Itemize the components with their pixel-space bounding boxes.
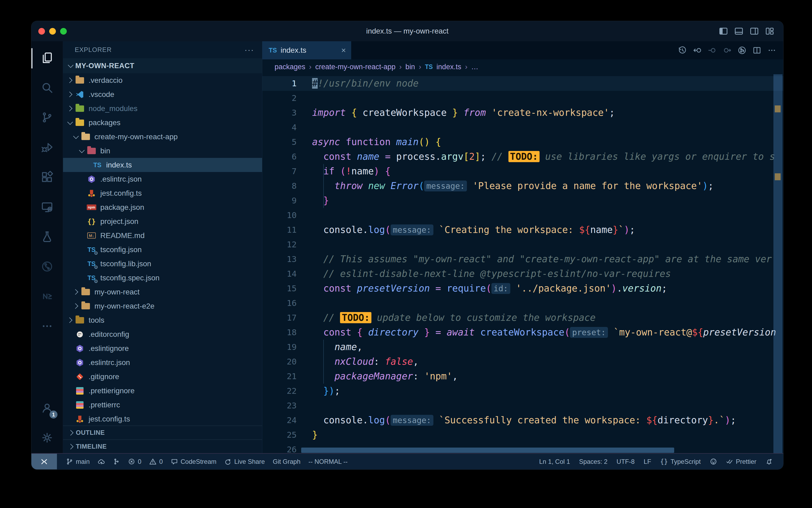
tree-root-row[interactable]: MY-OWN-REACT bbox=[63, 58, 262, 73]
tree-item[interactable]: .eslintrc.json bbox=[63, 172, 262, 186]
breadcrumb-item[interactable]: create-my-own-react-app bbox=[315, 63, 396, 71]
outline-section[interactable]: OUTLINE bbox=[63, 425, 262, 439]
timeline-label: TIMELINE bbox=[76, 443, 107, 450]
activity-nx-console[interactable] bbox=[32, 282, 63, 312]
breadcrumb-item[interactable]: packages bbox=[275, 63, 305, 71]
chevron-right-icon bbox=[66, 431, 76, 435]
token: console. bbox=[312, 415, 368, 425]
tree-item[interactable]: .prettierignore bbox=[63, 384, 262, 398]
tree-item[interactable]: TS⚙tsconfig.lib.json bbox=[63, 257, 262, 271]
toggle-primary-sidebar-button[interactable] bbox=[719, 27, 728, 36]
live-share[interactable]: Live Share bbox=[224, 458, 265, 465]
horizontal-scrollbar[interactable] bbox=[301, 448, 674, 453]
activity-explorer[interactable] bbox=[32, 43, 63, 73]
more-actions-button[interactable] bbox=[767, 46, 776, 55]
token: } bbox=[312, 429, 318, 440]
live-share-icon bbox=[224, 458, 232, 465]
codestream[interactable]: CodeStream bbox=[171, 458, 217, 465]
activity-source-control[interactable] bbox=[32, 103, 63, 133]
activity-remote-explorer[interactable] bbox=[32, 193, 63, 222]
tree-item[interactable]: {}project.json bbox=[63, 214, 262, 228]
sidebar-more-actions-icon[interactable]: ··· bbox=[244, 45, 254, 54]
activity-additional-views[interactable] bbox=[32, 312, 63, 342]
tree-item[interactable]: jest.config.ts bbox=[63, 186, 262, 200]
tree-item[interactable]: .editorconfig bbox=[63, 327, 262, 341]
tree-item[interactable]: .eslintrc.json bbox=[63, 355, 262, 370]
tree-item[interactable]: M↓README.md bbox=[63, 228, 262, 243]
breadcrumb-item[interactable]: … bbox=[471, 63, 478, 71]
tree-item-label: .eslintignore bbox=[89, 344, 129, 353]
eslint-icon bbox=[75, 358, 85, 368]
tree-item-label: index.ts bbox=[106, 161, 132, 169]
errors-label: 0 bbox=[138, 458, 141, 465]
remote-indicator[interactable] bbox=[32, 454, 57, 469]
activity-search[interactable] bbox=[32, 73, 63, 103]
activity-settings[interactable] bbox=[32, 423, 63, 453]
tree-item[interactable]: node_modules bbox=[63, 101, 262, 116]
activity-extensions[interactable] bbox=[32, 163, 63, 193]
breadcrumb-item[interactable]: index.ts bbox=[437, 63, 461, 71]
activity-testing[interactable] bbox=[32, 222, 63, 252]
token: ( bbox=[419, 180, 424, 191]
tree-item[interactable]: npmpackage.json bbox=[63, 200, 262, 214]
tree-item[interactable]: TS⚙tsconfig.spec.json bbox=[63, 271, 262, 285]
git-branch[interactable]: main bbox=[66, 458, 90, 465]
encoding[interactable]: UTF-8 bbox=[616, 458, 634, 465]
activity-gitlens[interactable] bbox=[32, 252, 63, 282]
md-icon: M↓ bbox=[87, 231, 97, 241]
errors[interactable]: 0 bbox=[128, 458, 141, 465]
notifications[interactable] bbox=[765, 458, 773, 465]
language-mode[interactable]: {}TypeScript bbox=[660, 458, 701, 465]
tree-item[interactable]: create-my-own-react-app bbox=[63, 130, 262, 144]
tree-item[interactable]: .gitignore bbox=[63, 370, 262, 384]
indentation[interactable]: Spaces: 2 bbox=[579, 458, 608, 465]
tree-item[interactable]: .prettierrc bbox=[63, 398, 262, 412]
code-text: async function main() { bbox=[297, 135, 441, 150]
timeline-section[interactable]: TIMELINE bbox=[63, 439, 262, 453]
toggle-panel-button[interactable] bbox=[734, 27, 744, 36]
chevron-right-icon bbox=[65, 107, 75, 111]
nav-back-button[interactable] bbox=[708, 46, 717, 55]
activity-run-and-debug[interactable] bbox=[32, 133, 63, 163]
customize-layout-button[interactable] bbox=[765, 27, 774, 36]
title-bar: index.ts — my-own-react bbox=[32, 21, 783, 41]
tree-item[interactable]: .vscode bbox=[63, 87, 262, 101]
tree-item[interactable]: TS⚙tsconfig.json bbox=[63, 243, 262, 257]
token: { bbox=[385, 166, 391, 176]
close-tab-icon[interactable]: × bbox=[341, 46, 346, 55]
git-graph-button[interactable] bbox=[113, 458, 120, 465]
github-octoface[interactable] bbox=[710, 458, 717, 465]
tree-item[interactable]: my-own-react bbox=[63, 285, 262, 299]
line-number: 1 bbox=[262, 76, 297, 91]
token: async bbox=[312, 137, 346, 147]
git-graph[interactable]: Git Graph bbox=[273, 458, 300, 465]
breadcrumb-item[interactable]: bin bbox=[405, 63, 415, 71]
folder-bin-icon bbox=[87, 146, 97, 156]
toggle-secondary-sidebar-button[interactable] bbox=[750, 27, 759, 36]
token: !/usr/bin/env node bbox=[318, 78, 419, 89]
tree-item[interactable]: packages bbox=[63, 116, 262, 130]
tree-item[interactable]: tools bbox=[63, 313, 262, 327]
tab-index-ts[interactable]: TS index.ts × bbox=[262, 41, 351, 59]
nav-forward-button[interactable] bbox=[723, 46, 732, 55]
tree-item[interactable]: jest.config.ts bbox=[63, 412, 262, 425]
prettier[interactable]: Prettier bbox=[726, 458, 756, 465]
split-editor-button[interactable] bbox=[752, 46, 761, 55]
timeline-history-button[interactable] bbox=[678, 46, 687, 55]
pull-request-button[interactable] bbox=[737, 46, 747, 55]
eol[interactable]: LF bbox=[643, 458, 651, 465]
publish-changes[interactable] bbox=[98, 458, 105, 465]
tree-item[interactable]: my-own-react-e2e bbox=[63, 299, 262, 313]
remote-icon bbox=[41, 201, 53, 214]
vertical-scrollbar[interactable] bbox=[773, 74, 782, 453]
code-editor[interactable]: 1#!/usr/bin/env node23import { createWor… bbox=[262, 74, 783, 453]
vim-mode[interactable]: -- NORMAL -- bbox=[308, 458, 347, 465]
cursor-position[interactable]: Ln 1, Col 1 bbox=[539, 458, 570, 465]
tree-item[interactable]: TSindex.ts bbox=[63, 158, 262, 172]
tree-item[interactable]: bin bbox=[63, 144, 262, 158]
open-changes-button[interactable] bbox=[693, 46, 702, 55]
warnings[interactable]: 0 bbox=[149, 458, 162, 465]
tree-item[interactable]: .verdaccio bbox=[63, 73, 262, 87]
activity-accounts[interactable]: 1 bbox=[32, 393, 63, 423]
tree-item[interactable]: .eslintignore bbox=[63, 341, 262, 355]
